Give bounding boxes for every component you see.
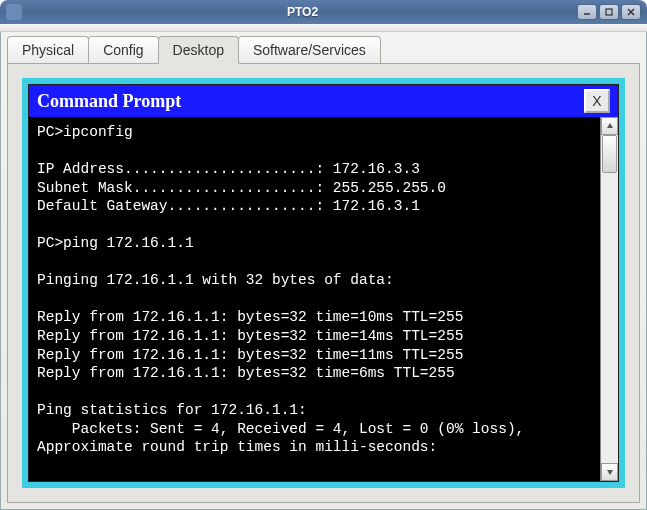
terminal-output[interactable]: PC>ipconfig IP Address..................…: [29, 117, 600, 481]
tab-config[interactable]: Config: [88, 36, 158, 63]
svg-marker-4: [607, 123, 613, 128]
scroll-track[interactable]: [601, 135, 618, 463]
svg-rect-1: [606, 9, 612, 15]
vertical-scrollbar[interactable]: [600, 117, 618, 481]
menubar: [0, 24, 647, 32]
app-window: PTO2 Physical Config Desktop Software/Se…: [0, 0, 647, 510]
terminal-wrap: PC>ipconfig IP Address..................…: [29, 117, 618, 481]
command-prompt-window: Command Prompt X PC>ipconfig IP Address.…: [28, 84, 619, 482]
command-prompt-close-button[interactable]: X: [584, 89, 610, 113]
app-icon: [6, 4, 22, 20]
svg-marker-5: [607, 470, 613, 475]
tab-bar: Physical Config Desktop Software/Service…: [1, 32, 646, 63]
close-button[interactable]: [621, 4, 641, 20]
tab-desktop[interactable]: Desktop: [158, 36, 239, 64]
command-prompt-title: Command Prompt: [37, 91, 181, 112]
maximize-button[interactable]: [599, 4, 619, 20]
tab-physical[interactable]: Physical: [7, 36, 89, 63]
titlebar: PTO2: [0, 0, 647, 24]
scroll-down-arrow-icon[interactable]: [601, 463, 618, 481]
window-controls: [577, 4, 641, 20]
tab-software-services[interactable]: Software/Services: [238, 36, 381, 63]
workspace: Physical Config Desktop Software/Service…: [0, 32, 647, 510]
command-prompt-titlebar: Command Prompt X: [29, 85, 618, 117]
desktop-panel: Command Prompt X PC>ipconfig IP Address.…: [22, 78, 625, 488]
window-title: PTO2: [28, 5, 577, 19]
scroll-thumb[interactable]: [602, 135, 617, 173]
scroll-up-arrow-icon[interactable]: [601, 117, 618, 135]
tab-body: Command Prompt X PC>ipconfig IP Address.…: [7, 63, 640, 503]
minimize-button[interactable]: [577, 4, 597, 20]
